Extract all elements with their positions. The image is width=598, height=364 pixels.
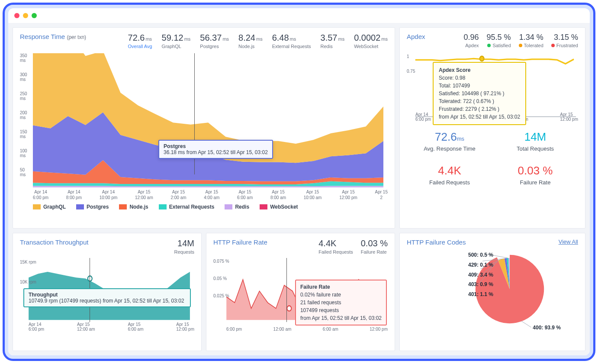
metric: 59.12msGraphQL — [162, 33, 191, 49]
throughput-panel: Transaction Throughput 14M Requests 15K … — [13, 233, 202, 351]
metric: 72.6msOverall Avg — [128, 33, 152, 49]
throughput-chart[interactable]: 15K rpm 10K rpm Apr 146:00 pmApr 1512:00… — [20, 258, 194, 332]
panel-title: HTTP Failure Rate — [213, 238, 267, 246]
svg-point-3 — [287, 306, 291, 311]
stat: 0.96Apdex — [464, 33, 479, 48]
pie-label: 409: 3.4 % — [411, 270, 493, 280]
chart-legend: GraphQLPostgresNode.jsExternal RequestsR… — [20, 204, 388, 210]
panel-title: Transaction Throughput — [20, 238, 88, 246]
ytick: 0.75 — [407, 69, 415, 74]
view-all-link[interactable]: View All — [559, 238, 578, 245]
failure-codes-pie[interactable]: 500: 0.5 %429: 0.1 %409: 3.4 %403: 0.9 %… — [407, 246, 578, 332]
metric: 56.37msPostgres — [200, 33, 229, 49]
summary-stat: 14MTotal Requests — [492, 130, 578, 152]
pie-label: 401: 1.1 % — [411, 290, 493, 300]
apdex-panel: Apdex 0.96Apdex95.5 %Satisfied1.34 %Tole… — [399, 27, 585, 229]
throughput-value: 14M — [174, 238, 194, 248]
legend-item[interactable]: Postgres — [76, 204, 109, 210]
failure-rate-panel: HTTP Failure Rate 4.4KFailed Requests0.0… — [206, 233, 395, 351]
window-controls — [8, 8, 590, 23]
throughput-label: Requests — [174, 249, 194, 254]
minimize-icon[interactable] — [23, 13, 28, 18]
pie-label: 429: 0.1 % — [411, 260, 493, 270]
metric: 3.57msRedis — [321, 33, 345, 49]
summary-stats: 72.6msAvg. Response Time14MTotal Request… — [407, 130, 578, 186]
stat: 4.4KFailed Requests — [318, 238, 353, 254]
stat: 0.03 %Failure Rate — [361, 238, 388, 254]
apdex-stats: 0.96Apdex95.5 %Satisfied1.34 %Tolerated3… — [464, 33, 579, 48]
pie-label: 500: 0.5 % — [411, 250, 493, 260]
stat: 95.5 %Satisfied — [487, 33, 511, 48]
rt-tooltip: Postgres 36.18 ms from Apr 15, 02:52 til… — [158, 140, 273, 159]
stat: 3.15 %Frustrated — [551, 33, 578, 48]
pie-main-label: 400: 93.9 % — [533, 325, 561, 331]
metric: 8.24msNode.js — [238, 33, 263, 49]
close-icon[interactable] — [14, 13, 19, 18]
maximize-icon[interactable] — [32, 13, 37, 18]
panel-title: HTTP Failure Codes — [407, 238, 466, 246]
rt-metrics: 72.6msOverall Avg59.12msGraphQL56.37msPo… — [128, 33, 388, 49]
summary-stat: 72.6msAvg. Response Time — [407, 130, 492, 152]
ytick: 1 — [407, 54, 409, 59]
metric: 0.0002msWebSocket — [354, 33, 388, 49]
legend-item[interactable]: GraphQL — [33, 204, 66, 210]
legend-item[interactable]: External Requests — [159, 204, 215, 210]
pie-label: 403: 0.9 % — [411, 280, 493, 290]
legend-item[interactable]: Redis — [225, 204, 249, 210]
legend-item[interactable]: WebSocket — [260, 204, 298, 210]
summary-stat: 4.4KFailed Requests — [407, 164, 492, 186]
svg-line-9 — [521, 321, 531, 327]
metric: 6.48msExternal Requests — [272, 33, 311, 49]
stat: 1.34 %Tolerated — [519, 33, 543, 48]
failure-tooltip: Failure Rate 0.02% failure rate21 failed… — [295, 280, 387, 325]
panel-title: Response Time (per txn) — [20, 33, 86, 40]
summary-stat: 0.03 %Failure Rate — [492, 164, 578, 186]
response-time-panel: Response Time (per txn) 72.6msOverall Av… — [13, 27, 395, 229]
failure-codes-panel: HTTP Failure Codes View All 500: 0.5 %42… — [399, 233, 585, 351]
svg-point-1 — [480, 56, 484, 61]
apdex-tooltip: Apdex Score Score: 0.98Total: 107499Sati… — [433, 62, 526, 125]
failure-rate-chart[interactable]: 0.075 % 0.05 % 0.025 % 6:00 pm12:00 am6:… — [213, 258, 388, 332]
response-time-chart[interactable]: 350 ms300 ms250 ms200 ms150 ms100 ms50 m… — [20, 53, 388, 200]
panel-title: Apdex — [407, 33, 425, 40]
legend-item[interactable]: Node.js — [119, 204, 148, 210]
apdex-chart[interactable]: 1 0.75 Apr 146:00 pmApr 1512:00 amApr 15… — [407, 52, 578, 122]
throughput-tooltip: Throughput 10749.9 rpm (107499 requests)… — [23, 288, 191, 307]
